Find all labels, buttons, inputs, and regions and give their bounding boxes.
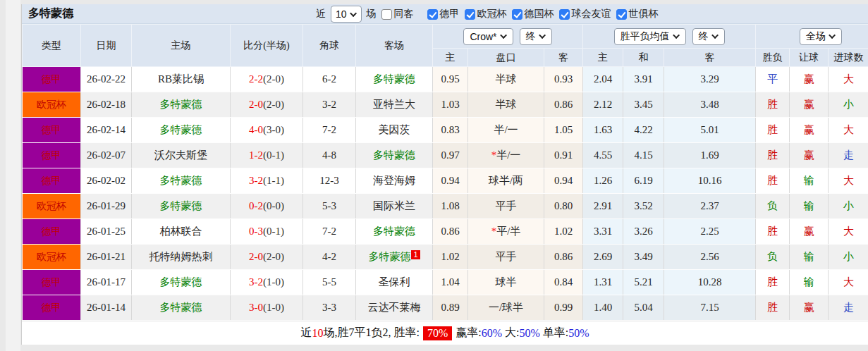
away-team-name[interactable]: 国际米兰 [373,200,415,211]
away-team[interactable]: 多特蒙德 [356,143,433,168]
home-team-name[interactable]: 多特蒙德 [160,99,202,110]
handicap-text: 输 [804,200,814,211]
home-team-name[interactable]: 柏林联合 [160,226,202,237]
filter-club-friendly[interactable]: 球会友谊 [559,8,611,20]
eu-draw-odds: 5.21 [623,270,664,295]
goals-result: 走 [829,295,868,321]
filter-bundesliga[interactable]: 德甲 [427,8,460,20]
table-row: 德甲 26-02-07 沃尔夫斯堡 1-2(0-1) 4-8 多特蒙德 0.97… [23,143,868,168]
filter-club-world-cup[interactable]: 世俱杯 [616,8,659,20]
winloss-text: 胜 [767,226,778,237]
europe-odds-select[interactable]: 胜平负均值 [614,28,686,45]
home-team[interactable]: 多特蒙德 [132,295,231,321]
away-team[interactable]: 海登海姆 [356,168,433,194]
handicap-result: 输 [790,168,829,194]
win-odds-label: 赢率: [456,326,481,340]
away-team-name[interactable]: 美因茨 [379,124,410,135]
home-team-name[interactable]: 多特蒙德 [160,302,202,313]
home-team-name[interactable]: 多特蒙德 [160,276,202,288]
ah-home-odds: 0.95 [433,67,468,92]
home-team[interactable]: 多特蒙德 [132,168,231,194]
recent-count-select[interactable]: 10 [331,6,362,23]
winloss-text: 胜 [767,175,778,186]
eu-away-odds: 2.25 [664,219,756,245]
away-team-name[interactable]: 多特蒙德 [373,73,415,85]
checkbox-icon[interactable] [559,9,570,20]
ah-line-text: 一/球半 [489,302,523,313]
chevron-down-icon [350,10,357,17]
checkbox-icon[interactable] [616,9,627,20]
matches-label: 场 [367,8,377,20]
eu-draw-odds: 4.15 [623,143,664,168]
ah-line-text: 球半/两 [489,175,523,186]
europe-state-select[interactable]: 终 [692,28,725,45]
bookmaker-select[interactable]: Crow* [463,28,513,45]
checkbox-icon[interactable] [381,9,392,20]
away-team-name[interactable]: 多特蒙德 [373,149,415,161]
filter-champions-league[interactable]: 欧冠杯 [465,8,507,20]
home-team[interactable]: 多特蒙德 [132,270,231,295]
away-team-name[interactable]: 圣保利 [379,276,410,288]
ah-away-odds: 0.93 [544,67,583,92]
col-eu-home: 主 [583,49,623,67]
away-team-name[interactable]: 多特蒙德 [368,251,410,262]
checkbox-label: 欧冠杯 [477,8,507,20]
ah-away-odds: 0.86 [544,245,583,270]
away-team[interactable]: 亚特兰大 [356,92,433,118]
col-ah-away: 客 [544,49,583,67]
home-team[interactable]: 多特蒙德 [132,92,231,118]
handicap-state-select[interactable]: 终 [520,28,552,45]
goals-result: 大 [829,219,868,245]
home-team[interactable]: 托特纳姆热刺 [132,245,231,270]
away-note-badge: 1 [411,250,420,259]
league-badge: 德甲 [23,168,81,194]
winloss-text: 胜 [767,276,778,288]
checkbox-icon[interactable] [465,9,475,20]
home-team-name[interactable]: 托特纳姆热刺 [149,251,213,262]
away-team[interactable]: 美因茨 [356,118,433,143]
ah-away-odds: 0.84 [544,270,583,295]
away-team-name[interactable]: 亚特兰大 [373,99,415,110]
away-team-name[interactable]: 云达不莱梅 [368,302,421,313]
away-team[interactable]: 多特蒙德1 [356,245,433,270]
goals-text: 走 [843,302,854,313]
home-team-name[interactable]: RB莱比锡 [158,73,204,85]
ah-line-text: 半/一 [494,124,518,135]
filter-dfb-pokal[interactable]: 德国杯 [512,8,554,20]
away-team[interactable]: 国际米兰 [356,194,433,219]
away-team-name[interactable]: 海登海姆 [373,175,415,186]
away-team[interactable]: 圣保利 [356,270,433,295]
home-team[interactable]: 柏林联合 [132,219,231,245]
home-team[interactable]: 多特蒙德 [132,118,231,143]
away-team[interactable]: 多特蒙德 [356,67,433,92]
ah-line: 半球 [468,92,544,118]
home-team-name[interactable]: 多特蒙德 [160,200,202,211]
home-team-name[interactable]: 多特蒙德 [160,175,202,186]
handicap-result: 输 [790,194,829,219]
home-team[interactable]: RB莱比锡 [132,67,231,92]
handicap-result: 输 [790,245,829,270]
table-row: 欧冠杯 26-01-29 多特蒙德 0-2(0-0) 5-3 国际米兰 1.08… [23,194,868,219]
checkbox-icon[interactable] [427,9,438,20]
home-team[interactable]: 沃尔夫斯堡 [132,143,231,168]
away-team-name[interactable]: 多特蒙德 [373,226,415,237]
league-badge: 德甲 [23,67,81,92]
half-time-score: (2-0) [263,73,284,85]
handicap-result: 赢 [790,92,829,118]
goals-result: 小 [829,245,868,270]
eu-home-odds: 3.31 [583,219,623,245]
home-team[interactable]: 多特蒙德 [132,194,231,219]
filter-same-away[interactable]: 同客 [381,8,414,20]
scope-select[interactable]: 全场 [800,28,842,45]
ah-line: *半/一 [468,143,544,168]
away-team[interactable]: 多特蒙德 [356,219,433,245]
checkbox-icon[interactable] [512,9,522,20]
home-team-name[interactable]: 沃尔夫斯堡 [154,149,207,161]
ah-line-text: 平/半 [496,226,520,237]
handicap-result: 输 [790,270,829,295]
home-team-name[interactable]: 多特蒙德 [160,124,202,135]
away-team[interactable]: 云达不莱梅 [356,295,433,321]
table-row: 德甲 26-01-17 多特蒙德 3-2(1-0) 5-5 圣保利 1.04 球… [23,270,868,295]
team-history-panel: 多特蒙德 近 10 场 同客 德甲 欧冠杯 德国杯 [21,4,868,345]
corner-count: 5-5 [303,270,356,295]
